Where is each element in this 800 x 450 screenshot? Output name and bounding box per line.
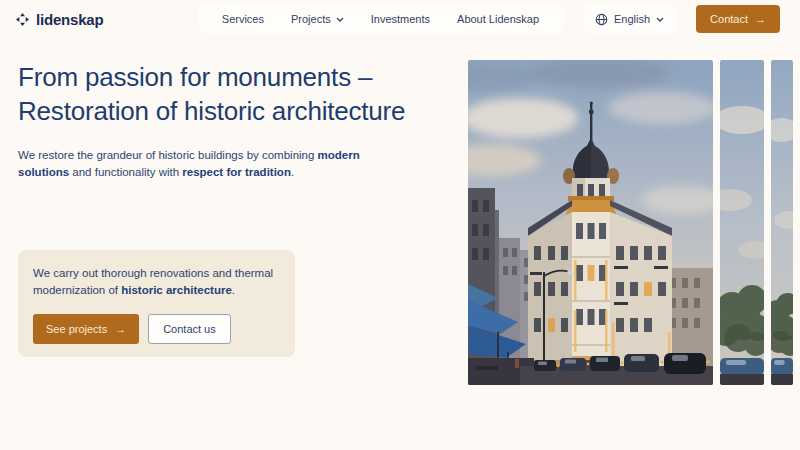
nav-item-label: About Lidenskap bbox=[457, 13, 539, 25]
renovation-card: We carry out thorough renovations and th… bbox=[18, 250, 295, 357]
chevron-down-icon bbox=[656, 17, 664, 22]
arrow-right-icon: → bbox=[115, 323, 126, 335]
see-projects-button[interactable]: See projects → bbox=[33, 314, 139, 344]
header-right: Services Projects Investments About Lide… bbox=[198, 4, 780, 34]
card-buttons: See projects → Contact us bbox=[33, 314, 280, 344]
hero-section: From passion for monuments – Restoration… bbox=[0, 38, 800, 385]
intro-text: and functionality with bbox=[69, 166, 182, 178]
main-nav: Services Projects Investments About Lide… bbox=[198, 4, 563, 34]
page-title: From passion for monuments – Restoration… bbox=[18, 60, 418, 128]
nav-item-about[interactable]: About Lidenskap bbox=[457, 13, 539, 25]
card-text: We carry out thorough renovations and th… bbox=[33, 265, 280, 298]
nav-item-label: Services bbox=[222, 13, 264, 25]
card-text-part: . bbox=[232, 284, 235, 296]
globe-icon bbox=[595, 13, 608, 26]
hero-photo-trees bbox=[720, 60, 764, 385]
brand-diamond-icon bbox=[16, 13, 29, 26]
carousel-slide-main bbox=[468, 60, 713, 385]
nav-item-label: Projects bbox=[291, 13, 331, 25]
carousel-slide-next bbox=[720, 60, 764, 385]
intro-text: We restore the grandeur of historic buil… bbox=[18, 149, 318, 161]
contact-button-label: Contact bbox=[710, 13, 748, 25]
nav-item-services[interactable]: Services bbox=[222, 13, 264, 25]
nav-item-investments[interactable]: Investments bbox=[371, 13, 430, 25]
intro-bold: respect for tradition bbox=[182, 166, 291, 178]
hero-intro-text: We restore the grandeur of historic buil… bbox=[18, 147, 360, 180]
carousel-slide-edge bbox=[771, 60, 793, 385]
card-text-bold: historic architecture bbox=[121, 284, 232, 296]
contact-button[interactable]: Contact → bbox=[696, 5, 780, 33]
nav-item-projects[interactable]: Projects bbox=[291, 13, 344, 25]
hero-left-column: From passion for monuments – Restoration… bbox=[18, 60, 428, 385]
navbar: lidenskap Services Projects Investments … bbox=[0, 0, 800, 38]
hero-carousel[interactable] bbox=[468, 60, 793, 385]
contact-us-label: Contact us bbox=[163, 323, 216, 335]
intro-text: . bbox=[291, 166, 294, 178]
language-selector[interactable]: English bbox=[583, 4, 676, 34]
see-projects-label: See projects bbox=[46, 323, 107, 335]
brand-logo[interactable]: lidenskap bbox=[16, 11, 103, 28]
chevron-down-icon bbox=[336, 17, 344, 22]
hero-photo-building bbox=[468, 60, 713, 385]
brand-name: lidenskap bbox=[36, 11, 103, 28]
hero-photo-edge bbox=[771, 60, 793, 385]
nav-item-label: Investments bbox=[371, 13, 430, 25]
arrow-right-icon: → bbox=[755, 13, 766, 25]
contact-us-button[interactable]: Contact us bbox=[148, 314, 231, 344]
language-label: English bbox=[614, 13, 650, 25]
